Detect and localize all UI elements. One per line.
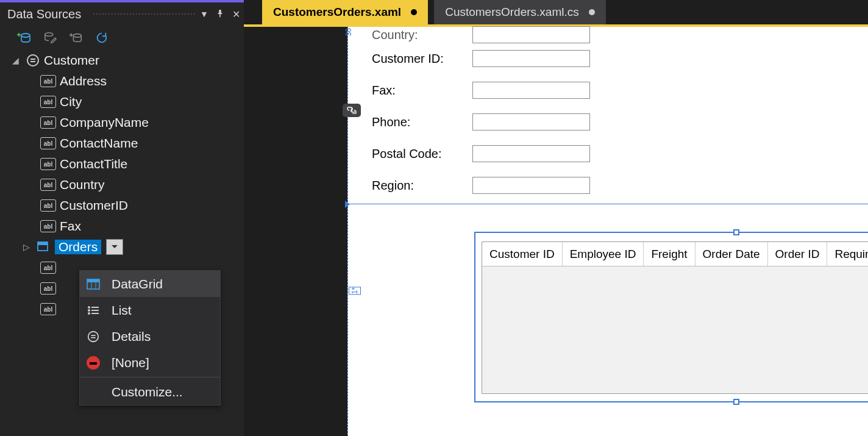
datagrid-icon [85,279,102,290]
panel-header: Data Sources ▼ ✕ [0,2,244,26]
menu-label: [None] [112,356,149,370]
tree-node-orders[interactable]: ▷ Orders [12,237,244,257]
control-type-menu: DataGrid List Details [None] Customize..… [79,270,221,406]
svg-point-3 [27,55,38,66]
svg-rect-15 [91,310,99,311]
field-label: Fax [60,219,81,234]
add-datasource-icon[interactable] [17,30,32,45]
form-label: Country: [372,28,472,42]
grid-split-line[interactable] [347,204,868,204]
form-input[interactable] [472,26,590,43]
svg-rect-5 [30,61,35,62]
field-icon: abl [40,262,56,274]
edit-datasource-icon[interactable] [44,31,57,45]
menu-item-none[interactable]: [None] [80,349,220,376]
unsaved-dot-icon [589,9,595,15]
refresh-icon[interactable] [95,31,108,45]
panel-toolbar [0,26,244,50]
field-label: CompanyName [60,115,149,130]
tree-field[interactable]: ablCity [12,91,244,112]
menu-label: DataGrid [112,277,163,291]
form-input[interactable] [472,145,590,162]
menu-item-details[interactable]: Details [80,323,220,349]
field-icon: abl [40,303,56,315]
field-icon: abl [40,158,56,170]
pin-icon[interactable] [212,9,228,20]
column-header[interactable]: Employee ID [563,242,644,266]
field-icon: abl [40,220,56,232]
link-badge-icon[interactable] [343,104,361,117]
field-icon: abl [40,199,56,212]
svg-point-1 [45,33,53,37]
xaml-designer[interactable]: 36 1* Country: Customer ID: Fax: Phone: … [347,27,868,436]
panel-grip[interactable] [92,12,196,16]
tree-field[interactable]: ablAddress [12,71,244,91]
form-input[interactable] [472,113,590,130]
collection-icon [37,241,51,253]
menu-label: Details [112,329,151,344]
tree-field[interactable]: ablCompanyName [12,112,244,133]
field-icon: abl [40,137,56,149]
tree-field[interactable]: ablCountry [12,174,244,195]
details-icon [85,330,102,343]
tree-field[interactable]: ablContactTitle [12,154,244,174]
svg-point-2 [73,34,81,38]
orders-dropdown-button[interactable] [106,239,123,255]
svg-rect-4 [30,59,35,60]
node-label-selected: Orders [55,240,101,254]
form-input[interactable] [472,50,590,67]
expand-icon[interactable]: ▷ [23,242,33,252]
form-label: Phone: [372,115,472,129]
resize-handle[interactable] [733,399,739,405]
resize-handle[interactable] [733,229,739,235]
svg-rect-20 [91,337,95,338]
tree-field[interactable]: ablCustomerID [12,195,244,216]
field-icon: abl [40,75,56,87]
expand-icon[interactable]: ◢ [12,55,22,65]
menu-separator [80,377,220,377]
svg-rect-9 [87,279,99,282]
tree-node-customer[interactable]: ◢ Customer [12,50,244,71]
datagrid-header: Customer ID Employee ID Freight Order Da… [482,242,868,266]
field-label: CustomerID [60,198,128,213]
datagrid[interactable]: Customer ID Employee ID Freight Order Da… [482,241,868,394]
field-icon: abl [40,282,56,295]
tab-active[interactable]: CustomersOrders.xaml [262,0,428,24]
close-icon[interactable]: ✕ [228,9,244,20]
column-header[interactable]: Order Date [695,242,768,266]
tab-inactive[interactable]: CustomersOrders.xaml.cs [434,0,606,24]
menu-item-datagrid[interactable]: DataGrid [80,271,220,297]
config-datasource-icon[interactable] [69,31,83,45]
node-label: Customer [44,53,99,68]
tab-label: CustomersOrders.xaml.cs [445,5,579,19]
tree-field[interactable]: ablContactName [12,133,244,154]
column-header[interactable]: Customer ID [482,242,563,266]
field-label: Address [60,74,107,88]
form-label: Postal Code: [372,147,472,161]
entity-icon [26,53,40,68]
field-label: ContactName [60,136,138,151]
svg-point-0 [21,34,30,37]
form-input[interactable] [472,177,590,194]
form-input[interactable] [472,82,590,99]
datagrid-body [482,266,868,393]
column-header[interactable]: Order ID [768,242,828,266]
panel-menu-icon[interactable]: ▼ [196,9,212,19]
panel-title: Data Sources [7,7,81,21]
document-tabbar: CustomersOrders.xaml CustomersOrders.xam… [244,0,868,24]
column-header[interactable]: Freight [644,242,695,266]
column-header[interactable]: Required Date [827,242,868,266]
tree-field[interactable]: ablFax [12,216,244,237]
svg-point-16 [88,312,90,315]
tab-label: CustomersOrders.xaml [273,5,401,19]
unsaved-dot-icon [411,9,417,15]
ruler-mark: 36 [344,28,353,36]
menu-item-customize[interactable]: Customize... [80,379,220,405]
svg-rect-17 [91,313,99,314]
none-icon [85,356,102,370]
form-label: Customer ID: [372,52,472,66]
menu-item-list[interactable]: List [80,297,220,323]
field-icon: abl [40,116,56,129]
form-label: Fax: [372,84,472,98]
svg-rect-7 [38,242,48,245]
